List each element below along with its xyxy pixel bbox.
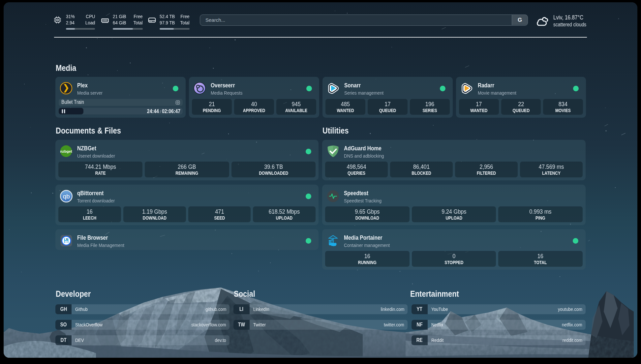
svg-text:nzbget: nzbget [60, 149, 72, 153]
svg-text:qb: qb [63, 193, 70, 200]
